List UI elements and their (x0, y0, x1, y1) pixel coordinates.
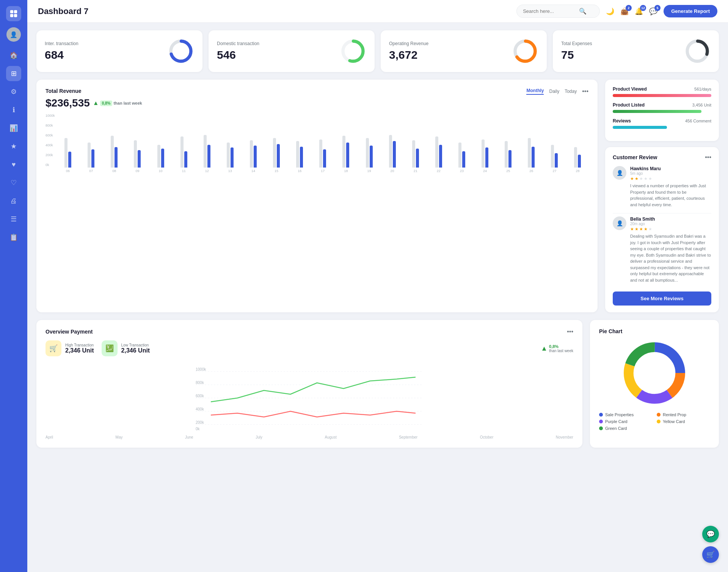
tab-monthly[interactable]: Monthly (526, 88, 544, 95)
x-label-september: September (399, 435, 417, 439)
donut-domestic (340, 38, 366, 64)
bar-x-label: 26 (529, 169, 533, 173)
gray-bar (296, 141, 299, 168)
svg-text:400k: 400k (196, 407, 204, 411)
blue-bar (300, 147, 303, 168)
sidebar-item-favorites[interactable]: ★ (6, 139, 21, 154)
high-trans-value: 2,346 Unit (65, 347, 94, 354)
sidebar-logo[interactable] (6, 6, 21, 21)
blue-bar (138, 150, 141, 168)
page-title: Dashboard 7 (38, 6, 510, 16)
x-label-november: November (556, 435, 573, 439)
legend-label-green: Green Card (605, 426, 627, 431)
metric-product-viewed: Product Viewed 561/days (613, 86, 711, 97)
bar-x-label: 24 (483, 169, 487, 173)
wallet-btn[interactable]: 👜 2 (620, 7, 629, 16)
sidebar-item-dashboard[interactable]: ⊞ (6, 66, 21, 81)
overview-more-btn[interactable]: ••• (567, 328, 573, 335)
sidebar-item-list[interactable]: ☰ (6, 212, 21, 227)
gray-bar (458, 143, 461, 168)
x-label-august: August (325, 435, 337, 439)
sidebar-item-liked[interactable]: ♥ (6, 157, 21, 172)
bar-chart-wrapper: 1000k 800k 600k 400k 200k 0k 06070809101… (46, 114, 588, 173)
blue-bar (370, 146, 373, 168)
stat-info-revenue: Operating Revenue 3,672 (389, 41, 428, 61)
bar-group: 14 (242, 140, 264, 173)
reviewer-1-content: Hawkins Maru 5m ago ★ ★ ★ ★ ★ I viewed a… (630, 166, 711, 208)
y-label-800k: 800k (46, 124, 55, 127)
generate-report-button[interactable]: Generate Report (664, 5, 717, 17)
tab-today[interactable]: Today (565, 89, 577, 94)
bar-pair (551, 145, 558, 168)
star3: ★ (639, 176, 643, 181)
high-transaction-stat: 🛒 High Transaction 2,346 Unit (46, 340, 94, 356)
reviewer-1-text: I viewed a number of properties with Jus… (630, 183, 711, 208)
reviewer-2-stars: ★ ★ ★ ★ ★ (630, 227, 711, 232)
sidebar-item-settings[interactable]: ⚙ (6, 84, 21, 99)
revenue-amount: $236,535 (46, 97, 90, 109)
revenue-more-btn[interactable]: ••• (582, 88, 588, 95)
gray-bar (505, 141, 508, 168)
gray-bar (366, 138, 369, 168)
bar-x-label: 07 (89, 169, 93, 173)
stat-info-domestic: Domestic transaction 546 (217, 41, 259, 61)
total-revenue-card: Total Revenue Monthly Daily Today ••• $2… (36, 80, 598, 312)
line-x-labels: April May June July August September Oct… (46, 435, 573, 439)
review-divider (613, 213, 711, 213)
bar-x-label: 14 (251, 169, 255, 173)
bar-x-label: 09 (135, 169, 139, 173)
bar-chart: 0607080910111213141516171819202122232425… (57, 120, 588, 173)
review-item-1: 👤 Hawkins Maru 5m ago ★ ★ ★ ★ ★ I (613, 166, 711, 208)
support-float-btn[interactable]: 💬 (702, 526, 719, 542)
metric-label-viewed: Product Viewed (613, 86, 647, 92)
star4: ★ (644, 176, 648, 181)
bar-group: 21 (405, 140, 426, 173)
notifications-badge: 12 (640, 5, 646, 11)
sidebar-item-reports[interactable]: 📋 (6, 230, 21, 245)
reviewer-2-name: Bella Smith (630, 216, 711, 222)
bar-group: 24 (474, 139, 496, 173)
x-label-june: June (185, 435, 193, 439)
gray-bar (528, 138, 531, 168)
bar-x-label: 20 (391, 169, 394, 173)
legend-rented-prop: Rented Prop (657, 412, 710, 417)
theme-toggle-btn[interactable]: 🌙 (606, 7, 614, 16)
messages-btn[interactable]: 💬 5 (649, 7, 657, 16)
sidebar-item-saved[interactable]: ♡ (6, 175, 21, 190)
cart-float-btn[interactable]: 🛒 (702, 546, 719, 563)
blue-bar (346, 143, 349, 168)
blue-bar (555, 153, 558, 168)
change-badge: 0,8% (100, 100, 113, 106)
sidebar-item-print[interactable]: 🖨 (6, 193, 21, 208)
notifications-btn[interactable]: 🔔 12 (635, 7, 643, 16)
blue-bar (462, 151, 465, 168)
blue-bar (578, 155, 581, 168)
tab-daily[interactable]: Daily (549, 89, 559, 94)
blue-bar (439, 145, 442, 168)
bar-pair (134, 140, 141, 168)
sidebar-item-home[interactable]: 🏠 (6, 48, 21, 63)
svg-text:1000k: 1000k (196, 367, 206, 371)
pie-chart-wrapper (599, 339, 710, 407)
reviews-more-btn[interactable]: ••• (705, 154, 711, 161)
bar-x-label: 22 (437, 169, 441, 173)
bar-pair (412, 140, 419, 168)
see-more-reviews-button[interactable]: See More Reviews (613, 291, 711, 306)
sidebar-item-analytics[interactable]: 📊 (6, 121, 21, 136)
bar-pair (157, 145, 164, 168)
overview-pct: 0,8% (549, 344, 573, 349)
progress-viewed (613, 94, 711, 97)
user-avatar[interactable]: 👤 (6, 27, 21, 42)
legend-sale-properties: Sale Properties (599, 412, 652, 417)
metric-value-reviews: 456 Comment (685, 119, 711, 123)
bar-x-label: 12 (205, 169, 209, 173)
svg-text:800k: 800k (196, 381, 204, 385)
legend-green-card: Green Card (599, 426, 652, 431)
right-panel: Product Viewed 561/days Product Listed 3… (605, 80, 719, 312)
search-input[interactable] (523, 8, 576, 14)
search-bar[interactable]: 🔍 (516, 5, 600, 18)
change-text: than last week (113, 101, 142, 105)
search-icon: 🔍 (579, 8, 587, 15)
gray-bar (435, 136, 438, 168)
sidebar-item-info[interactable]: ℹ (6, 102, 21, 118)
